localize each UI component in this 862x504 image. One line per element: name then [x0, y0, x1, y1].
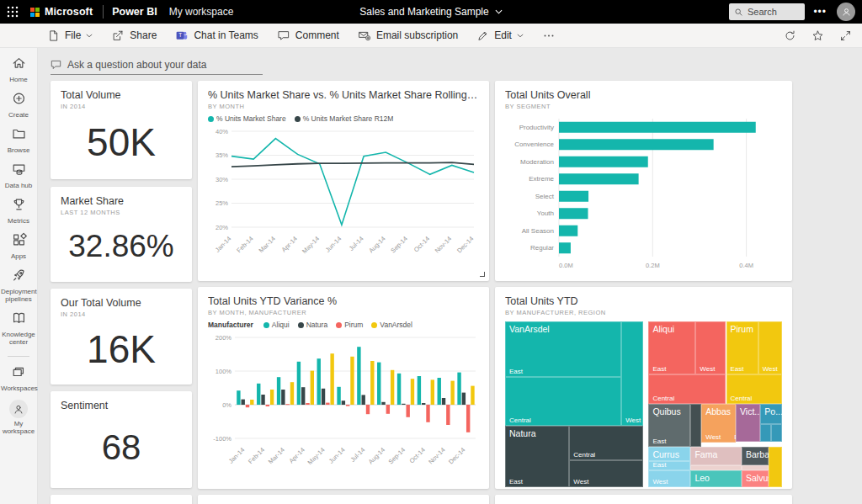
toolbar-more-button[interactable]	[542, 29, 556, 42]
tile-sentiment[interactable]: Sentiment 68	[51, 391, 192, 488]
treemap-block[interactable]	[771, 424, 782, 443]
bar-natura-may-14[interactable]	[322, 389, 325, 405]
treemap-block[interactable]: West	[569, 460, 643, 487]
bar-aliqui-oct-14[interactable]	[418, 376, 421, 405]
bar-natura-jul-14[interactable]	[362, 395, 365, 405]
treemap-block-quibus[interactable]: QuibusEast	[648, 404, 690, 447]
topbar-more-options[interactable]: •••	[813, 0, 827, 24]
bar-pirum-aug-14[interactable]	[386, 405, 390, 414]
treemap-block-po[interactable]: Po...	[760, 404, 782, 423]
bar-youth[interactable]	[559, 208, 588, 219]
bar-moderation[interactable]	[559, 157, 648, 167]
legend-item[interactable]: Natura	[298, 321, 328, 329]
bar-pirum-jan-14[interactable]	[246, 405, 249, 407]
favorite-icon[interactable]	[811, 29, 824, 42]
bar-pirum-mar-14[interactable]	[285, 404, 289, 405]
search-input[interactable]: Search	[729, 3, 805, 20]
tile-market-share[interactable]: Market Share LAST 12 MONTHS 32.86%	[51, 187, 192, 282]
treemap-block[interactable]: Central	[648, 374, 725, 404]
tile-partial[interactable]	[51, 495, 192, 504]
treemap-block-vict[interactable]: Vict...	[736, 404, 760, 442]
bar-aliqui-mar-14[interactable]	[277, 377, 280, 405]
sidebar-item-deployment-pipelines[interactable]: Deployment pipelines	[0, 268, 37, 303]
waffle-menu-icon[interactable]	[0, 0, 25, 24]
bar-aliqui-jan-14[interactable]	[237, 390, 240, 405]
legend-item[interactable]: % Units Market Share	[208, 114, 286, 123]
tile-total-volume[interactable]: Total Volume IN 2014 50K	[51, 81, 192, 179]
treemap-block[interactable]: West	[695, 321, 725, 374]
treemap-block[interactable]: Central	[726, 374, 782, 404]
bar-natura-mar-14[interactable]	[281, 390, 285, 405]
treemap-block[interactable]	[769, 447, 782, 487]
document-title-dropdown[interactable]: Sales and Marketing Sample	[359, 6, 502, 18]
microsoft-wordmark[interactable]: Microsoft	[45, 6, 93, 18]
bar-vanarsdel-aug-14[interactable]	[391, 370, 394, 405]
toolbar-edit-button[interactable]: Edit	[476, 29, 524, 42]
bar-aliqui-jul-14[interactable]	[357, 347, 360, 405]
refresh-icon[interactable]	[784, 29, 796, 42]
sidebar-item-home[interactable]: Home	[0, 56, 37, 83]
treemap-block[interactable]: Central	[569, 426, 643, 460]
bar-pirum-jun-14[interactable]	[346, 405, 349, 406]
treemap-block-aliqui[interactable]: AliquiEast	[648, 321, 695, 374]
bar-aliqui-may-14[interactable]	[317, 358, 321, 405]
bar-pirum-nov-14[interactable]	[446, 405, 450, 425]
sidebar-item-browse[interactable]: Browse	[0, 126, 37, 154]
bar-aliqui-apr-14[interactable]	[297, 362, 301, 405]
treemap-block[interactable]: West	[621, 321, 643, 426]
bar-aliqui-jun-14[interactable]	[337, 387, 340, 405]
bar-vanarsdel-jun-14[interactable]	[350, 357, 354, 405]
bar-aliqui-dec-14[interactable]	[457, 373, 460, 405]
treemap-block[interactable]	[742, 465, 769, 471]
tile-total-units-ytd-treemap[interactable]: Total Units YTD BY MANUFACTURER, REGION …	[495, 287, 792, 489]
treemap-block[interactable]: West	[648, 470, 690, 487]
treemap-block-abbas[interactable]: AbbasWestEast	[701, 404, 736, 443]
bar-select[interactable]	[559, 191, 588, 202]
bar-vanarsdel-jan-14[interactable]	[250, 400, 253, 405]
treemap-block[interactable]: East	[648, 461, 690, 471]
bar-vanarsdel-feb-14[interactable]	[270, 390, 274, 405]
toolbar-share-button[interactable]: Share	[111, 29, 157, 42]
bar-natura-jun-14[interactable]	[342, 401, 345, 405]
workspace-name[interactable]: My workspace	[169, 6, 234, 18]
bar-aliqui-nov-14[interactable]	[438, 378, 441, 405]
sidebar-item-knowledge-center[interactable]: Knowledge center	[0, 310, 37, 346]
treemap-block-pirum[interactable]: PirumEast	[726, 321, 758, 374]
bar-natura-oct-14[interactable]	[422, 403, 425, 405]
bar-pirum-apr-14[interactable]	[306, 403, 309, 405]
bar-natura-apr-14[interactable]	[301, 387, 305, 405]
treemap-block-natura[interactable]: NaturaEast	[505, 426, 569, 487]
sidebar-item-metrics[interactable]: Metrics	[0, 197, 37, 225]
bar-natura-nov-14[interactable]	[442, 398, 445, 405]
legend-item[interactable]: Aliqui	[263, 321, 290, 329]
sidebar-item-data-hub[interactable]: Data hub	[0, 162, 37, 189]
legend-item[interactable]: % Units Market Share R12M	[295, 114, 394, 123]
bar-pirum-oct-14[interactable]	[426, 405, 429, 422]
bar-vanarsdel-oct-14[interactable]	[431, 379, 434, 405]
tile-partial[interactable]	[198, 495, 489, 504]
bar-vanarsdel-mar-14[interactable]	[290, 382, 294, 405]
bar-aliqui-sep-14[interactable]	[397, 374, 401, 405]
bar-aliqui-feb-14[interactable]	[257, 384, 260, 405]
toolbar-file-button[interactable]: File	[47, 29, 93, 42]
resize-handle[interactable]	[480, 272, 485, 277]
treemap-block-vanarsdel[interactable]: VanArsdelEast	[505, 321, 621, 377]
bar-vanarsdel-nov-14[interactable]	[450, 381, 454, 405]
bar-vanarsdel-sep-14[interactable]	[411, 379, 414, 405]
qa-input[interactable]: Ask a question about your data	[51, 55, 263, 75]
treemap-block[interactable]: Central	[505, 377, 621, 426]
line-series--units-market-share-r12m[interactable]	[231, 162, 474, 167]
bar-pirum-dec-14[interactable]	[466, 405, 470, 432]
treemap-block-currus[interactable]: Currus	[648, 447, 690, 461]
bar-convenience[interactable]	[559, 139, 714, 150]
bar-pirum-sep-14[interactable]	[406, 405, 409, 417]
toolbar-email-subscription-button[interactable]: Email subscription	[358, 29, 458, 42]
treemap-block-leo[interactable]: Leo	[690, 470, 742, 487]
line-series--units-market-share[interactable]	[231, 139, 474, 225]
sidebar-item-my-workspace[interactable]: My workspace	[0, 400, 37, 435]
legend-item[interactable]: VanArsdel	[371, 321, 412, 329]
toolbar-chat-in-teams-button[interactable]: TChat in Teams	[175, 29, 258, 42]
bar-productivity[interactable]	[559, 122, 756, 133]
tile-ytd-variance-chart[interactable]: Total Units YTD Variance % BY MONTH, MAN…	[198, 287, 489, 489]
treemap-block[interactable]: West	[758, 321, 782, 374]
